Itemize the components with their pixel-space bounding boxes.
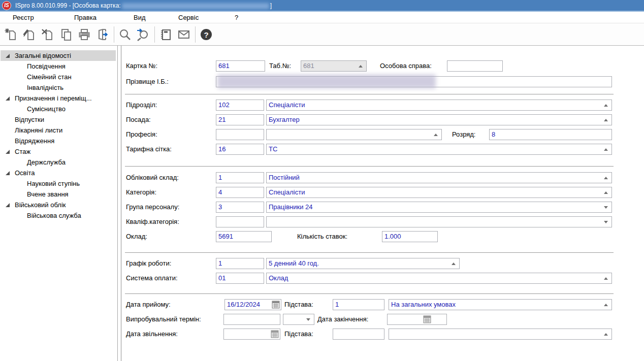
dropdown-up-icon[interactable] [604, 119, 608, 121]
dropdown-up-icon[interactable] [604, 277, 608, 280]
kvalif-kategoriya-combo[interactable] [266, 216, 612, 227]
sidebar-splitter[interactable] [117, 46, 118, 361]
dropdown-up-icon[interactable] [434, 134, 438, 136]
search-next-button[interactable] [135, 27, 151, 42]
tree-item-viiskovyi-oblik[interactable]: Військовий облік [1, 200, 116, 210]
dropdown-up-icon[interactable] [604, 177, 608, 179]
tree-item-vchene-zvannya[interactable]: Вчене звання [1, 189, 116, 200]
pidrozdil-combo[interactable]: Спеціалісти [266, 100, 612, 111]
posada-combo[interactable]: Бухгалтер [266, 114, 612, 125]
tree-item-invalidnist[interactable]: Інвалідність [1, 82, 116, 93]
print-button[interactable] [76, 27, 92, 42]
dropdown-up-icon[interactable] [604, 304, 608, 306]
kilkist-stavok-input[interactable]: 1.000 [382, 231, 438, 242]
kategoriya-code: 4 [218, 188, 222, 196]
data-pryiomu-value: 16/12/2024 [227, 301, 260, 308]
tree-expanded-icon[interactable] [6, 96, 10, 101]
menu-help[interactable]: ? [232, 13, 241, 22]
oblikovyi-sklad-combo[interactable]: Постійний [266, 172, 612, 183]
pidrozdil-name: Спеціалісти [269, 101, 305, 109]
tree-item-derzhsluzhba[interactable]: Держслужба [1, 157, 116, 168]
oklad-input[interactable]: 5691 [216, 231, 272, 242]
dropdown-down-icon[interactable] [604, 206, 608, 209]
dropdown-down-icon[interactable] [604, 221, 608, 223]
copy-button[interactable] [58, 27, 74, 42]
edit-document-button[interactable] [21, 27, 38, 42]
dropdown-up-icon[interactable] [452, 262, 456, 265]
tree-expanded-icon[interactable] [6, 171, 10, 175]
kartka-input[interactable]: 681 [216, 60, 265, 72]
osobova-sprava-input[interactable] [447, 60, 503, 72]
grupa-personalu-code: 3 [218, 203, 222, 211]
tree-item-posvidchennya[interactable]: Посвідчення [1, 61, 116, 72]
pidstava-pryiomu-combo[interactable]: На загальних умовах [389, 299, 612, 310]
tree-item-pryznachennya[interactable]: Призначення і переміщ... [1, 93, 116, 104]
taryfna-sitka-name: ТС [269, 145, 277, 153]
toolbar-separator [154, 26, 155, 43]
data-zvilnennya-input[interactable] [223, 329, 280, 340]
dropdown-up-icon[interactable] [604, 333, 608, 336]
tree-expanded-icon[interactable] [6, 203, 10, 207]
dropdown-down-icon[interactable] [306, 318, 310, 321]
tree-item-simeinyi-stan[interactable]: Сімейний стан [1, 72, 116, 82]
tree-item-vidpustky[interactable]: Відпустки [1, 114, 116, 125]
mail-button[interactable] [176, 27, 192, 42]
taryfna-sitka-code-input[interactable]: 16 [216, 144, 264, 155]
profesiya-combo[interactable] [266, 129, 442, 140]
delete-document-button[interactable] [40, 27, 56, 42]
dropdown-up-icon[interactable] [359, 65, 363, 68]
profesiya-code-input[interactable] [216, 129, 264, 140]
menu-pravka[interactable]: Правка [71, 13, 100, 22]
calendar-icon[interactable] [272, 301, 280, 309]
pidstava-zvilnennya-combo[interactable] [389, 329, 612, 340]
dropdown-up-icon[interactable] [604, 148, 608, 151]
grupa-personalu-code-input[interactable]: 3 [216, 202, 264, 213]
data-zvilnennya-label: Дата звільнення: [126, 329, 178, 340]
tree-item-naukovyi-stupin[interactable]: Науковий ступінь [1, 178, 116, 189]
rozryad-input[interactable]: 8 [489, 129, 612, 140]
tree-expanded-icon[interactable] [6, 54, 10, 58]
tree-item-label: Сімейний стан [27, 72, 72, 82]
tree-item-stazh[interactable]: Стаж [1, 146, 116, 157]
pidstava-zvilnennya-code-input[interactable] [333, 329, 384, 340]
oblikovyi-sklad-name: Постійний [269, 174, 300, 181]
menu-vyd[interactable]: Вид [131, 13, 149, 22]
calendar-icon[interactable] [423, 315, 431, 323]
data-zakinchennya-input[interactable] [387, 314, 447, 325]
vyprobuvalnyi-termin-unit-combo[interactable] [283, 314, 314, 325]
tree-item-vidryadzhennya[interactable]: Відрядження [1, 136, 116, 146]
menu-reestr[interactable]: Реєстр [10, 13, 37, 22]
help-button[interactable]: ? [198, 27, 214, 42]
dropdown-up-icon[interactable] [604, 191, 608, 194]
vyprobuvalnyi-termin-input[interactable] [223, 314, 280, 325]
tree-item-viiskova-sluzhba[interactable]: Військова служба [1, 210, 116, 221]
pidstava-pryiomu-code-input[interactable]: 1 [333, 299, 384, 310]
tree-expanded-icon[interactable] [6, 150, 10, 154]
search-button[interactable] [117, 27, 133, 42]
exit-button[interactable] [94, 27, 111, 42]
tree-item-osvita[interactable]: Освіта [1, 168, 116, 178]
grafik-roboty-code-input[interactable]: 1 [216, 258, 264, 269]
grupa-personalu-combo[interactable]: Працівники 24 [266, 202, 612, 213]
dropdown-up-icon[interactable] [604, 104, 608, 107]
new-document-button[interactable] [3, 27, 19, 42]
personal-card-icon [159, 28, 172, 41]
systema-oplaty-combo[interactable]: Оклад [266, 273, 612, 284]
pidrozdil-code-input[interactable]: 102 [216, 100, 264, 111]
taryfna-sitka-combo[interactable]: ТС [266, 144, 612, 155]
menu-servis[interactable]: Сервіс [175, 13, 202, 22]
systema-oplaty-code-input[interactable]: 01 [216, 273, 264, 284]
personal-card-button[interactable] [157, 27, 174, 42]
kategoriya-combo[interactable]: Спеціалісти [266, 187, 612, 198]
tab-no-combo[interactable]: 681 [301, 60, 367, 72]
posada-code-input[interactable]: 21 [216, 114, 264, 125]
data-pryiomu-input[interactable]: 16/12/2024 [224, 299, 281, 310]
oblikovyi-sklad-code-input[interactable]: 1 [216, 172, 264, 183]
grafik-roboty-combo[interactable]: 5 денний 40 год. [266, 258, 460, 269]
kategoriya-code-input[interactable]: 4 [216, 187, 264, 198]
kvalif-kategoriya-code-input[interactable] [216, 216, 264, 227]
tree-item-zahalni-vidomosti[interactable]: Загальні відомості [1, 50, 116, 61]
tree-item-sumisnytstvo[interactable]: Сумісництво [1, 104, 116, 114]
calendar-icon[interactable] [271, 330, 279, 338]
tree-item-likarniani-lysty[interactable]: Лікарняні листи [1, 125, 116, 136]
